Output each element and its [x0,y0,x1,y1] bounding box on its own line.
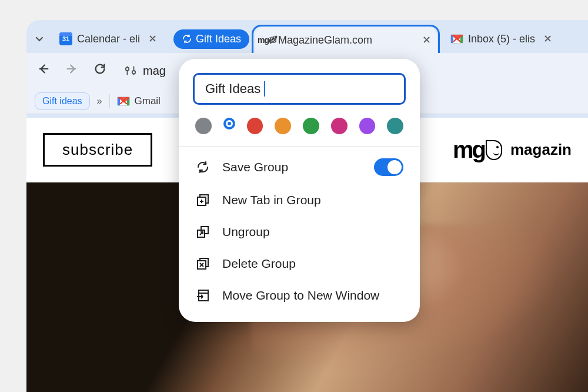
color-swatch-6[interactable] [359,118,376,134]
color-swatch-3[interactable] [275,118,291,134]
menu-label: Delete Group [222,257,296,271]
group-pill-label: Gift Ideas [196,33,241,45]
bookmark-group-gift-ideas[interactable]: Gift ideas [35,92,90,110]
svg-point-2 [126,68,129,71]
color-swatch-1[interactable] [223,118,235,129]
tab-strip: 31 Calendar - eli ✕ Gift Ideas mg༗ Magaz… [26,20,588,53]
menu-label: Move Group to New Window [222,288,379,303]
sync-icon [195,160,211,175]
sync-icon [182,34,192,44]
tab-label: Inbox (5) - elis [468,33,535,45]
color-swatch-5[interactable] [331,118,348,134]
separator [179,146,420,147]
svg-point-3 [132,71,136,74]
menu-label: Save Group [222,160,288,174]
color-swatch-0[interactable] [195,118,212,134]
forward-button[interactable] [63,62,81,79]
back-button[interactable] [35,62,52,79]
menu-label: New Tab in Group [222,193,321,207]
magazine-favicon: mg༗ [260,34,273,46]
overflow-chevron-icon[interactable]: » [97,96,102,107]
menu-label: Ungroup [222,225,270,239]
tab-label: MagazineGlam.com [278,34,372,46]
tab-group-pill[interactable]: Gift Ideas [173,29,249,49]
new-tab-in-group-row[interactable]: New Tab in Group [179,184,420,216]
tab-group-menu: Gift Ideas Save Group New Tab in Group U… [179,59,420,322]
subscribe-button[interactable]: subscribe [43,133,152,167]
brand-text: magazin [510,141,572,159]
svg-rect-7 [199,290,208,301]
bookmark-label: Gmail [135,95,161,107]
gmail-icon [117,97,130,106]
tab-calendar[interactable]: 31 Calendar - eli ✕ [54,26,171,52]
close-icon[interactable]: ✕ [543,32,552,45]
move-window-icon [195,288,211,303]
tab-group-outline: mg༗ MagazineGlam.com ✕ [252,25,440,53]
group-name-input[interactable]: Gift Ideas [193,73,406,105]
tab-label: Calendar - eli [77,33,140,45]
brand-logo-icon: mg [453,137,502,163]
tab-magazine[interactable]: mg༗ MagazineGlam.com ✕ [255,27,437,53]
gmail-icon [450,32,463,45]
address-bar[interactable]: mag [124,64,166,78]
close-icon[interactable]: ✕ [148,32,157,45]
text-cursor [264,81,265,97]
ungroup-icon [195,224,211,240]
move-group-row[interactable]: Move Group to New Window [179,280,420,311]
delete-group-row[interactable]: Delete Group [179,248,420,280]
color-swatch-7[interactable] [387,118,403,134]
group-name-value: Gift Ideas [205,81,260,97]
site-settings-icon [124,64,137,77]
bookmark-gmail[interactable]: Gmail [117,95,161,107]
delete-icon [195,256,211,271]
color-swatch-2[interactable] [247,118,263,134]
divider [109,94,110,108]
save-group-toggle[interactable] [374,158,403,176]
tab-inbox[interactable]: Inbox (5) - elis ✕ [445,26,568,52]
color-swatch-4[interactable] [303,118,319,134]
chevron-down-icon [35,35,44,43]
color-picker-row [179,115,420,146]
tab-list-dropdown[interactable] [31,31,48,47]
ungroup-row[interactable]: Ungroup [179,216,420,248]
address-text: mag [143,64,166,78]
save-group-row[interactable]: Save Group [179,150,420,184]
close-icon[interactable]: ✕ [422,34,431,46]
site-brand: mg magazin [453,137,572,163]
calendar-icon: 31 [59,32,72,45]
new-tab-icon [195,192,211,208]
reload-button[interactable] [91,62,109,79]
